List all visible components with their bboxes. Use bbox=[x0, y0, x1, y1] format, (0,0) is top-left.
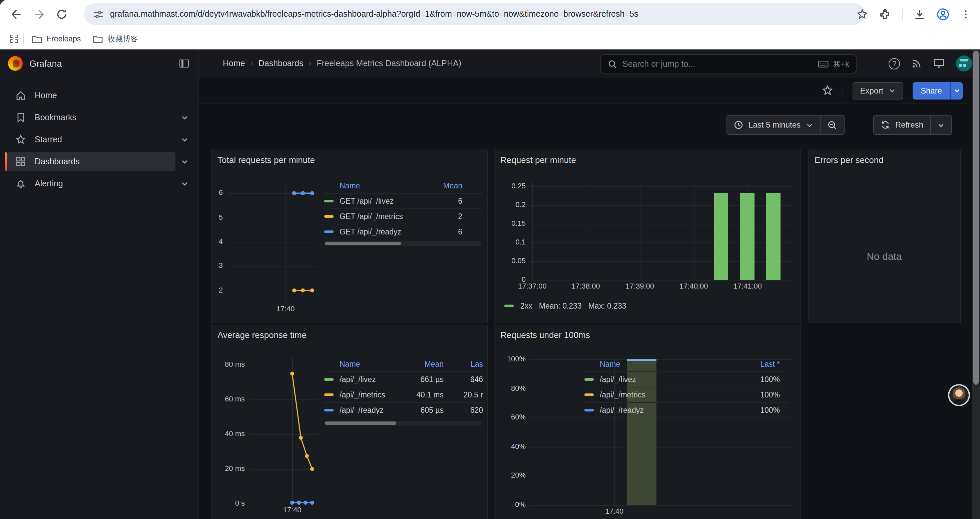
bookmarks-bar: Freeleaps 收藏博客 bbox=[0, 28, 980, 50]
refresh-button[interactable]: Refresh bbox=[874, 115, 930, 134]
zoom-out-icon bbox=[827, 120, 837, 130]
legend-row[interactable]: /api/_/livez661 µs646 bbox=[324, 371, 483, 387]
bookmark-folder-label: 收藏博客 bbox=[107, 34, 138, 44]
time-range-group: Last 5 minutes bbox=[727, 115, 845, 135]
chevron-down-icon[interactable] bbox=[181, 113, 189, 121]
share-menu-button[interactable] bbox=[950, 82, 963, 99]
legend-scrollbar[interactable] bbox=[324, 421, 482, 425]
series-color-pill bbox=[584, 378, 594, 381]
bookmark-icon bbox=[15, 112, 26, 123]
sidebar-collapse-icon[interactable] bbox=[180, 59, 189, 68]
search-input[interactable] bbox=[622, 59, 818, 69]
reload-button[interactable] bbox=[55, 7, 68, 21]
forward-button[interactable] bbox=[32, 7, 45, 21]
profile-icon[interactable] bbox=[937, 8, 949, 21]
legend-row[interactable]: /api/_/metrics100% bbox=[584, 387, 788, 402]
legend-header-mean[interactable]: Mean bbox=[422, 182, 462, 190]
url-bar[interactable]: grafana.mathmast.com/d/deytv4rwavabkb/fr… bbox=[84, 3, 865, 25]
breadcrumb-dashboards[interactable]: Dashboards bbox=[259, 59, 304, 68]
zoom-out-button[interactable] bbox=[820, 115, 844, 134]
refresh-interval-button[interactable] bbox=[930, 115, 951, 134]
legend-table: NameMean GET /api/_/livez6 GET /api/_/me… bbox=[324, 178, 483, 239]
grafana-brand: Grafana bbox=[29, 58, 62, 69]
sidebar-item-alerting[interactable]: Alerting bbox=[0, 173, 198, 194]
breadcrumb-separator: › bbox=[309, 59, 312, 68]
legend-row[interactable]: /api/_/readyz100% bbox=[584, 402, 788, 417]
extensions-icon[interactable] bbox=[879, 8, 891, 20]
home-icon bbox=[15, 90, 26, 101]
panel-title[interactable]: Errors per second bbox=[815, 155, 884, 165]
legend-row[interactable]: GET /api/_/readyz6 bbox=[324, 224, 483, 239]
sidebar-item-bookmarks[interactable]: Bookmarks bbox=[0, 107, 198, 128]
legend-header-name[interactable]: Name bbox=[340, 182, 422, 190]
legend-header-name[interactable]: Name bbox=[600, 360, 733, 368]
floating-avatar[interactable] bbox=[948, 384, 970, 406]
legend-header-last[interactable]: Last * bbox=[733, 360, 780, 368]
help-icon[interactable]: ? bbox=[889, 58, 900, 69]
downloads-icon[interactable] bbox=[914, 8, 925, 20]
legend-header-name[interactable]: Name bbox=[340, 360, 360, 368]
series-color-pill bbox=[324, 393, 334, 396]
legend-row[interactable]: GET /api/_/livez6 bbox=[324, 193, 483, 208]
url-text: grafana.mathmast.com/d/deytv4rwavabkb/fr… bbox=[110, 10, 638, 19]
apps-grid-icon[interactable] bbox=[10, 35, 18, 43]
avatar-image bbox=[949, 385, 969, 405]
star-icon bbox=[15, 134, 26, 145]
series-color-pill bbox=[584, 393, 594, 396]
scrollbar-thumb[interactable] bbox=[973, 51, 978, 385]
chevron-down-icon bbox=[806, 121, 813, 129]
panel-request-per-minute: Request per minute 00.050.10.150.20.25 1… bbox=[494, 150, 801, 323]
sidebar-item-starred[interactable]: Starred bbox=[0, 129, 198, 150]
grafana-logo[interactable] bbox=[8, 56, 23, 71]
bookmark-folder-label: Freeleaps bbox=[47, 35, 81, 43]
screen: grafana.mathmast.com/d/deytv4rwavabkb/fr… bbox=[0, 0, 980, 519]
legend-scrollbar[interactable] bbox=[324, 241, 482, 246]
user-avatar[interactable] bbox=[956, 56, 972, 72]
panel-total-requests: Total requests per minute 23456 17:40 Na… bbox=[211, 150, 488, 323]
breadcrumb-home[interactable]: Home bbox=[223, 59, 245, 68]
chevron-down-icon bbox=[889, 87, 896, 94]
toolbar-divider bbox=[902, 8, 903, 20]
chevron-down-icon[interactable] bbox=[181, 180, 189, 188]
bell-icon bbox=[15, 178, 26, 189]
series-color-pill bbox=[584, 409, 594, 412]
legend-row[interactable]: /api/_/livez100% bbox=[584, 371, 788, 387]
request-per-minute-chart: 00.050.10.150.20.25 17:37:0017:38:0017:3… bbox=[494, 150, 800, 323]
series-color-pill bbox=[324, 230, 334, 233]
series-color-pill bbox=[324, 378, 334, 381]
panel-errors-per-second: Errors per second No data bbox=[808, 150, 961, 323]
no-data-message: No data bbox=[808, 251, 960, 262]
dashboards-grid-icon bbox=[15, 156, 26, 167]
share-button[interactable]: Share bbox=[913, 82, 950, 99]
bookmark-page-icon[interactable] bbox=[857, 8, 868, 20]
sidebar-item-home[interactable]: Home bbox=[0, 85, 198, 106]
browser-menu-icon[interactable] bbox=[961, 9, 970, 19]
legend-row[interactable]: GET /api/_/metrics2 bbox=[324, 208, 483, 224]
favorite-star-icon[interactable] bbox=[822, 85, 834, 96]
export-button[interactable]: Export bbox=[853, 82, 903, 99]
legend-row[interactable]: /api/_/readyz605 µs620 bbox=[324, 402, 483, 417]
site-info-icon[interactable] bbox=[94, 9, 103, 19]
requests-under-100ms-chart: 0%20%40%60%80%100% 17:40 bbox=[494, 325, 800, 519]
legend-inline: 2xx Mean: 0.233 Max: 0.233 bbox=[504, 302, 627, 310]
keyboard-icon bbox=[818, 60, 829, 68]
legend-series-name[interactable]: 2xx bbox=[520, 302, 532, 310]
legend-header-mean[interactable]: Mean bbox=[394, 360, 444, 368]
legend-row[interactable]: /api/_/metrics40.1 ms20.5 r bbox=[324, 387, 483, 402]
chevron-down-icon[interactable] bbox=[181, 136, 189, 144]
bookmark-folder-blogs[interactable]: 收藏博客 bbox=[93, 34, 138, 44]
series-color-pill bbox=[324, 409, 334, 412]
panel-requests-under-100ms: Requests under 100ms 0%20%40%60%80%100% … bbox=[494, 325, 801, 519]
legend-mean: Mean: 0.233 bbox=[539, 302, 582, 310]
bookmarks-divider bbox=[23, 34, 24, 44]
monitor-kiosk-icon[interactable] bbox=[933, 58, 945, 69]
search-box[interactable]: ⌘+k bbox=[600, 54, 857, 73]
back-button[interactable] bbox=[10, 7, 23, 21]
legend-header-last[interactable]: Las bbox=[449, 360, 483, 368]
time-range-button[interactable]: Last 5 minutes bbox=[727, 115, 820, 134]
page-scrollbar[interactable] bbox=[972, 50, 980, 519]
chevron-down-icon[interactable] bbox=[181, 158, 189, 166]
sidebar-item-dashboards[interactable]: Dashboards bbox=[0, 151, 198, 172]
news-rss-icon[interactable] bbox=[911, 58, 922, 69]
bookmark-folder-freeleaps[interactable]: Freeleaps bbox=[32, 34, 81, 43]
